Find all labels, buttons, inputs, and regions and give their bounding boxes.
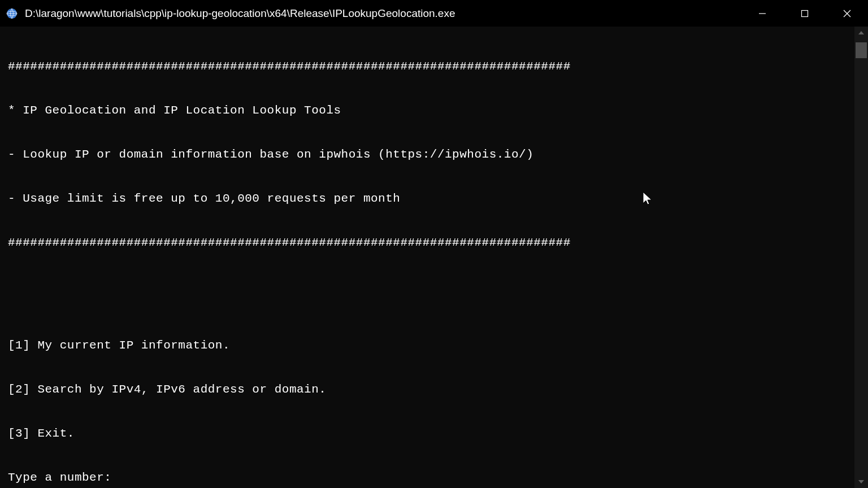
window-controls <box>741 0 868 27</box>
app-icon <box>6 7 18 20</box>
console-line: [3] Exit. <box>8 426 847 441</box>
console-line: [2] Search by IPv4, IPv6 address or doma… <box>8 382 847 397</box>
console-line: - Usage limit is free up to 10,000 reque… <box>8 191 847 206</box>
titlebar[interactable]: D:\laragon\www\tutorials\cpp\ip-lookup-g… <box>0 0 868 27</box>
scroll-thumb[interactable] <box>856 42 867 58</box>
console-line: * IP Geolocation and IP Location Lookup … <box>8 103 847 118</box>
vertical-scrollbar[interactable] <box>854 27 868 488</box>
minimize-button[interactable] <box>741 0 783 27</box>
window-title: D:\laragon\www\tutorials\cpp\ip-lookup-g… <box>25 7 741 20</box>
scroll-down-button[interactable] <box>854 476 868 488</box>
console-line: - Lookup IP or domain information base o… <box>8 147 847 162</box>
svg-rect-4 <box>801 10 808 16</box>
console-line: ########################################… <box>8 59 847 74</box>
scroll-up-button[interactable] <box>854 27 868 39</box>
console-line: [1] My current IP information. <box>8 338 847 353</box>
maximize-button[interactable] <box>783 0 826 27</box>
close-button[interactable] <box>826 0 868 27</box>
console-line: ########################################… <box>8 236 847 250</box>
console-prompt: Type a number: <box>8 470 847 485</box>
console-output[interactable]: ########################################… <box>0 27 854 488</box>
